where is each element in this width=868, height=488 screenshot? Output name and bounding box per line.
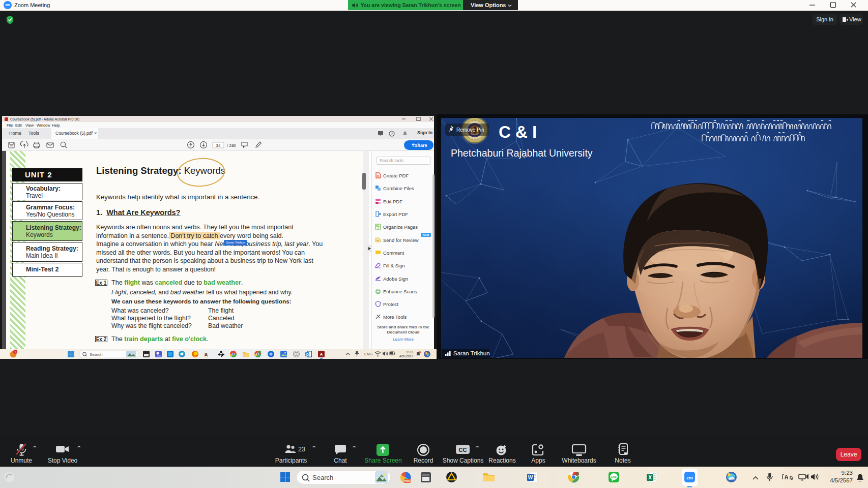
svg-text:Search: Search: [312, 474, 333, 481]
svg-text:Search: Search: [90, 352, 102, 357]
svg-text:a: a: [205, 351, 208, 357]
svg-text:ENG: ENG: [364, 352, 372, 356]
svg-text:C & I: C & I: [499, 123, 537, 141]
svg-text:PRE: PRE: [404, 479, 410, 482]
svg-text:4/5/2567: 4/5/2567: [399, 354, 413, 358]
svg-text:CC: CC: [459, 447, 467, 453]
svg-text:9:23: 9:23: [406, 350, 413, 354]
svg-text:/ 280: / 280: [227, 143, 236, 148]
svg-text:W: W: [528, 475, 533, 480]
svg-text:34: 34: [216, 143, 221, 148]
svg-text:Saran Trikhun: Saran Trikhun: [453, 350, 490, 356]
svg-text:O: O: [306, 353, 309, 356]
svg-text:?: ?: [391, 132, 393, 136]
svg-text:Share: Share: [414, 143, 427, 148]
svg-text:LINE: LINE: [611, 475, 617, 478]
svg-text:Remove Pin: Remove Pin: [456, 127, 484, 133]
svg-text:Phetchaburi Rajabhat Universit: Phetchaburi Rajabhat University: [451, 147, 593, 159]
svg-text:zm: zm: [686, 475, 693, 480]
svg-text:X: X: [648, 475, 652, 480]
svg-text:23: 23: [298, 446, 305, 453]
